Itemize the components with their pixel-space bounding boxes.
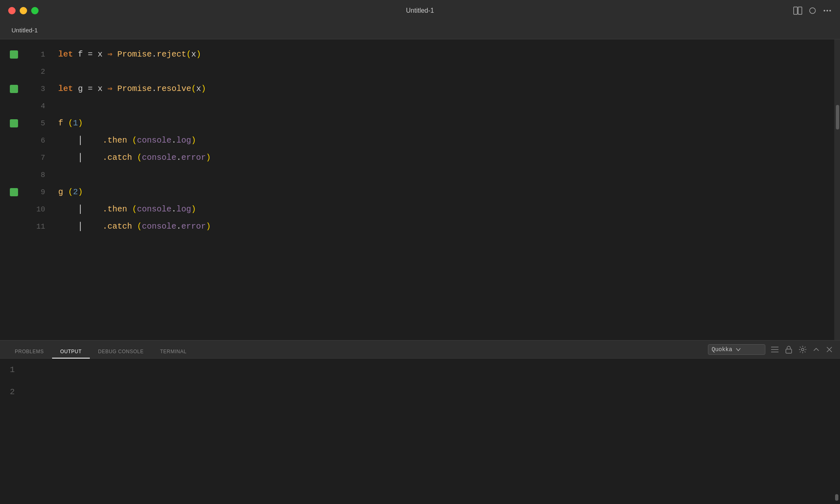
breakpoint-9[interactable]: [10, 188, 18, 196]
code-content-1: let f = x ⇒ Promise.reject(x): [58, 46, 201, 63]
svg-point-5: [829, 10, 831, 11]
code-line-7: 7 │ .catch (console.error): [0, 149, 834, 166]
list-icon[interactable]: [770, 345, 779, 354]
svg-point-2: [810, 8, 815, 14]
panel-tab-controls: Quokka: [708, 344, 833, 358]
svg-point-3: [824, 10, 825, 11]
code-content-5: f (1): [58, 115, 83, 132]
code-content-3: let g = x ⇒ Promise.resolve(x): [58, 80, 206, 98]
editor-scrollbar[interactable]: [834, 39, 840, 340]
code-line-3: 3 let g = x ⇒ Promise.resolve(x): [0, 80, 834, 98]
scrollbar-thumb[interactable]: [836, 105, 839, 129]
window-title: Untitled-1: [406, 7, 434, 14]
output-line-number-2: 2: [10, 387, 26, 397]
breakpoint-3[interactable]: [10, 85, 18, 93]
line-number-6: 6: [25, 132, 45, 149]
breakpoint-empty-4: [10, 102, 18, 110]
line-number-5: 5: [25, 115, 45, 132]
maximize-button[interactable]: [31, 7, 39, 14]
output-line-2: 2: [0, 381, 840, 403]
line-number-4: 4: [25, 98, 45, 115]
traffic-lights: [8, 7, 39, 14]
line-number-10: 10: [25, 201, 45, 218]
dropdown-label: Quokka: [712, 346, 732, 353]
tab-terminal[interactable]: TERMINAL: [152, 345, 195, 359]
breakpoint-empty-2: [10, 68, 18, 76]
editor-tab[interactable]: Untitled-1: [7, 24, 43, 36]
svg-point-4: [826, 10, 828, 11]
more-options-icon[interactable]: [823, 6, 832, 15]
close-panel-icon[interactable]: [825, 345, 833, 354]
tab-bar: Untitled-1: [0, 21, 840, 39]
line-number-2: 2: [25, 63, 45, 80]
code-line-11: 11 │ .catch (console.error): [0, 218, 834, 235]
code-line-8: 8: [0, 166, 834, 184]
code-content-7: │ .catch (console.error): [58, 149, 211, 166]
lock-icon[interactable]: [784, 345, 793, 354]
title-bar-right: [793, 6, 832, 15]
title-bar: Untitled-1: [0, 0, 840, 21]
code-line-5: 5 f (1): [0, 115, 834, 132]
bottom-panel: PROBLEMS OUTPUT DEBUG CONSOLE TERMINAL Q…: [0, 340, 840, 504]
svg-rect-9: [786, 349, 792, 353]
tab-debug-console[interactable]: DEBUG CONSOLE: [90, 345, 152, 359]
line-number-7: 7: [25, 149, 45, 166]
code-editor[interactable]: 1 let f = x ⇒ Promise.reject(x) 2 3 let …: [0, 39, 834, 340]
minimize-button[interactable]: [20, 7, 27, 14]
close-button[interactable]: [8, 7, 16, 14]
code-line-4: 4: [0, 98, 834, 115]
svg-rect-1: [798, 7, 802, 14]
breakpoint-empty-6: [10, 136, 18, 145]
output-line-1: 1: [0, 359, 840, 381]
code-content-10: │ .then (console.log): [58, 201, 196, 218]
code-line-1: 1 let f = x ⇒ Promise.reject(x): [0, 46, 834, 63]
settings-icon[interactable]: [798, 345, 807, 354]
panel-content[interactable]: 1 2: [0, 359, 840, 504]
chevron-up-icon[interactable]: [812, 345, 820, 354]
split-editor-icon[interactable]: [793, 6, 802, 15]
editor-main: 1 let f = x ⇒ Promise.reject(x) 2 3 let …: [0, 39, 840, 340]
tab-bar-left: Untitled-1: [7, 24, 43, 36]
tab-output[interactable]: OUTPUT: [52, 345, 90, 359]
line-number-3: 3: [25, 80, 45, 98]
line-number-8: 8: [25, 166, 45, 184]
breakpoint-empty-10: [10, 205, 18, 213]
breakpoint-empty-8: [10, 171, 18, 179]
editor-container: Untitled-1 1 let f = x ⇒ Promise.reject(…: [0, 21, 840, 504]
code-content-9: g (2): [58, 184, 83, 201]
output-line-number-1: 1: [10, 365, 26, 375]
svg-rect-0: [794, 7, 797, 14]
code-line-2: 2: [0, 63, 834, 80]
line-number-9: 9: [25, 184, 45, 201]
code-line-10: 10 │ .then (console.log): [0, 201, 834, 218]
breakpoint-empty-7: [10, 154, 18, 162]
panel-tabs: PROBLEMS OUTPUT DEBUG CONSOLE TERMINAL Q…: [0, 341, 840, 359]
chevron-down-icon: [735, 347, 741, 352]
line-number-1: 1: [25, 46, 45, 63]
breakpoint-empty-11: [10, 222, 18, 231]
code-content-11: │ .catch (console.error): [58, 218, 211, 235]
code-content-6: │ .then (console.log): [58, 132, 196, 149]
breakpoint-5[interactable]: [10, 119, 18, 127]
code-line-6: 6 │ .then (console.log): [0, 132, 834, 149]
line-number-11: 11: [25, 218, 45, 235]
tab-problems[interactable]: PROBLEMS: [7, 345, 52, 359]
panel-scrollbar-thumb[interactable]: [835, 494, 838, 501]
svg-point-10: [801, 348, 804, 351]
output-source-dropdown[interactable]: Quokka: [708, 344, 765, 355]
breakpoint-1[interactable]: [10, 50, 18, 59]
circle-dot-icon: [809, 7, 816, 14]
code-line-9: 9 g (2): [0, 184, 834, 201]
